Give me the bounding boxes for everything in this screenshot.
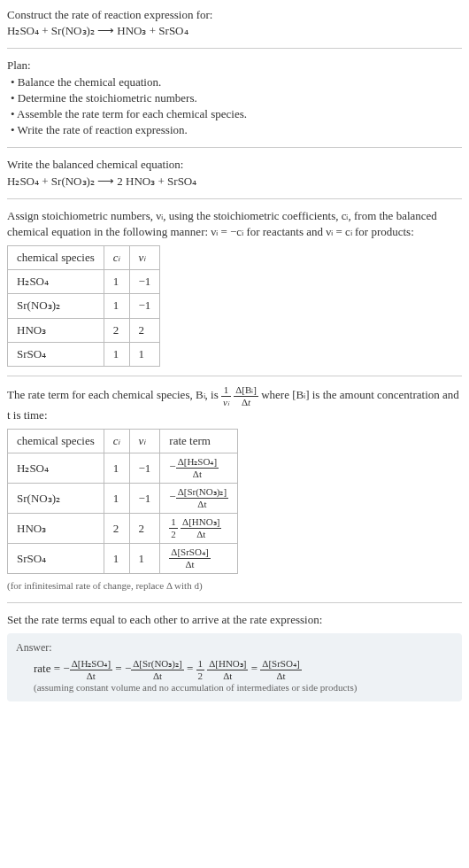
cell: HNO₃ [8, 318, 104, 342]
answer-frac: Δ[HNO₃]Δt [207, 659, 248, 681]
stoich-table: chemical species cᵢ νᵢ H₂SO₄1−1 Sr(NO₃)₂… [7, 245, 160, 367]
answer-note: (assuming constant volume and no accumul… [16, 681, 453, 694]
frac-1-over-vi: 1νᵢ [221, 385, 231, 407]
table-row: SrSO₄11 [8, 342, 160, 366]
cell: 12 Δ[HNO₃]Δt [160, 514, 238, 544]
table-row: H₂SO₄ 1 −1 −Δ[H₂SO₄]Δt [8, 453, 238, 484]
table-row: H₂SO₄1−1 [8, 270, 160, 294]
prompt-title: Construct the rate of reaction expressio… [7, 7, 462, 23]
divider [7, 198, 462, 199]
cell: 1 [104, 342, 129, 366]
cell: SrSO₄ [8, 342, 104, 366]
cell: −Δ[Sr(NO₃)₂]Δt [160, 484, 238, 514]
balanced-label: Write the balanced chemical equation: [7, 157, 462, 173]
rate-frac: Δ[Sr(NO₃)₂]Δt [176, 487, 228, 509]
cell: −1 [129, 453, 160, 484]
balanced-equation: H₂SO₄ + Sr(NO₃)₂ ⟶ 2 HNO₃ + SrSO₄ [7, 174, 462, 190]
plan-item: • Balance the chemical equation. [11, 74, 462, 90]
set-equal-text: Set the rate terms equal to each other t… [7, 612, 462, 628]
table-row: HNO₃ 2 2 12 Δ[HNO₃]Δt [8, 514, 238, 544]
cell: 1 [104, 270, 129, 294]
cell: 2 [104, 514, 129, 544]
cell: −1 [129, 270, 160, 294]
unbalanced-equation: H₂SO₄ + Sr(NO₃)₂ ⟶ HNO₃ + SrSO₄ [7, 23, 462, 39]
cell: HNO₃ [8, 514, 104, 544]
half-frac: 12 [169, 517, 178, 539]
cell: Δ[SrSO₄]Δt [160, 544, 238, 574]
plan-item: • Write the rate of reaction expression. [11, 122, 462, 138]
col-ci: cᵢ [104, 430, 129, 453]
cell: Sr(NO₃)₂ [8, 294, 104, 318]
rate-frac: Δ[HNO₃]Δt [181, 517, 221, 539]
rate-term-table: chemical species cᵢ νᵢ rate term H₂SO₄ 1… [7, 429, 238, 574]
cell: 2 [129, 318, 160, 342]
answer-frac: Δ[H₂SO₄]Δt [70, 659, 112, 681]
cell: 1 [104, 294, 129, 318]
answer-expression: rate = −Δ[H₂SO₄]Δt = −Δ[Sr(NO₃)₂]Δt = 12… [16, 659, 453, 681]
cell: 1 [129, 342, 160, 366]
cell: SrSO₄ [8, 544, 104, 574]
cell: 1 [104, 453, 129, 484]
rate-frac: Δ[SrSO₄]Δt [169, 547, 210, 570]
cell: 2 [104, 318, 129, 342]
table-header-row: chemical species cᵢ νᵢ rate term [8, 430, 238, 453]
inf-note: (for infinitesimal rate of change, repla… [7, 579, 462, 593]
answer-label: Answer: [16, 640, 453, 655]
rate-frac: Δ[H₂SO₄]Δt [176, 457, 219, 479]
cell: 1 [104, 484, 129, 514]
col-ci: cᵢ [104, 246, 129, 270]
divider [7, 376, 462, 376]
half-frac: 12 [196, 659, 205, 681]
divider [7, 602, 462, 603]
answer-frac: Δ[SrSO₄]Δt [260, 659, 301, 681]
plan-label: Plan: [7, 58, 462, 74]
plan-item: • Determine the stoichiometric numbers. [11, 90, 462, 106]
frac-dBi-dt: Δ[Bᵢ]Δt [234, 385, 258, 407]
col-species: chemical species [8, 246, 104, 270]
stoich-text: Assign stoichiometric numbers, νᵢ, using… [7, 208, 462, 240]
cell: −Δ[H₂SO₄]Δt [160, 453, 238, 484]
table-row: SrSO₄ 1 1 Δ[SrSO₄]Δt [8, 544, 238, 574]
cell: Sr(NO₃)₂ [8, 484, 104, 514]
cell: 2 [129, 514, 160, 544]
rate-term-intro: The rate term for each chemical species,… [7, 385, 462, 423]
table-row: Sr(NO₃)₂1−1 [8, 294, 160, 318]
table-header-row: chemical species cᵢ νᵢ [8, 246, 160, 270]
cell: −1 [129, 484, 160, 514]
col-vi: νᵢ [129, 430, 160, 453]
table-row: Sr(NO₃)₂ 1 −1 −Δ[Sr(NO₃)₂]Δt [8, 484, 238, 514]
answer-box: Answer: rate = −Δ[H₂SO₄]Δt = −Δ[Sr(NO₃)₂… [7, 633, 462, 701]
col-vi: νᵢ [129, 246, 160, 270]
cell: H₂SO₄ [8, 270, 104, 294]
divider [7, 48, 462, 49]
cell: −1 [129, 294, 160, 318]
table-row: HNO₃22 [8, 318, 160, 342]
divider [7, 147, 462, 148]
cell: 1 [129, 544, 160, 574]
cell: H₂SO₄ [8, 453, 104, 484]
answer-frac: Δ[Sr(NO₃)₂]Δt [131, 659, 183, 681]
col-species: chemical species [8, 430, 104, 453]
plan-item: • Assemble the rate term for each chemic… [11, 106, 462, 122]
cell: 1 [104, 544, 129, 574]
col-rate-term: rate term [160, 430, 238, 453]
